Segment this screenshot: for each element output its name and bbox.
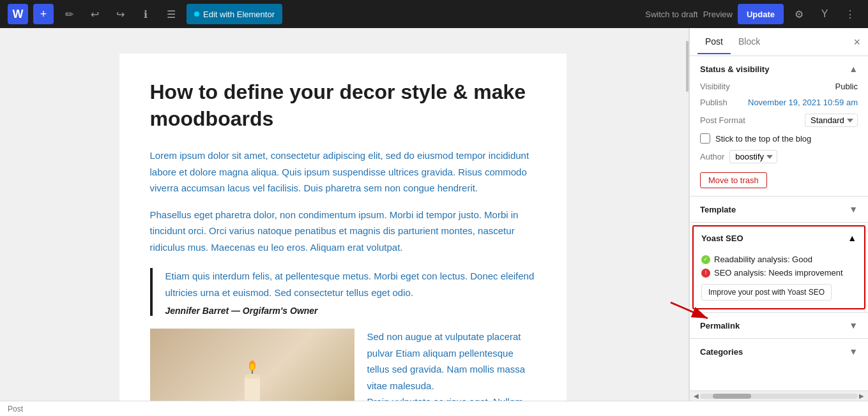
scroll-right-arrow[interactable]: ▶: [858, 392, 865, 399]
publish-label: Publish: [700, 98, 727, 107]
edit-pen-button[interactable]: ✏: [59, 4, 79, 24]
permalink-toggle-icon: ▼: [849, 320, 858, 331]
author-label: Author: [700, 152, 724, 161]
seo-dot: !: [701, 269, 710, 278]
undo-button[interactable]: ↩: [84, 4, 105, 24]
author-row: Author boostify: [700, 150, 858, 163]
redo-button[interactable]: ↪: [110, 4, 130, 24]
categories-toggle-icon: ▼: [849, 346, 858, 357]
sidebar: Post Block × Status & visibility ▲ Visib…: [685, 28, 868, 401]
readability-check-icon: ✓: [703, 256, 708, 262]
visibility-value: Public: [835, 82, 858, 91]
categories-section-header[interactable]: Categories ▼: [690, 338, 868, 364]
blockquote[interactable]: Etiam quis interdum felis, at pellentesq…: [150, 268, 536, 316]
status-visibility-toggle-icon: ▲: [849, 64, 858, 74]
seo-label: SEO analysis: Needs improvement: [714, 268, 843, 278]
tab-block[interactable]: Block: [731, 30, 768, 54]
svg-rect-1: [245, 376, 260, 401]
edit-elementor-button[interactable]: Edit with Elementor: [187, 4, 282, 24]
post-image: [150, 329, 354, 401]
info-button[interactable]: ℹ: [135, 4, 156, 24]
readability-row: ✓ Readability analysis: Good: [701, 255, 857, 264]
yoast-button[interactable]: Y: [814, 4, 835, 24]
template-section-header[interactable]: Template ▼: [690, 197, 868, 223]
image-side-text-block: Sed non augue at vulputate placerat pulv…: [367, 329, 536, 401]
toolbar: W + ✏ ↩ ↪ ℹ ☰ Edit with Elementor Switch…: [0, 0, 868, 28]
yoast-seo-section: Yoast SEO ▲ ✓ Readability analysis: Good: [692, 225, 865, 309]
status-visibility-title: Status & visibility: [700, 64, 769, 74]
post-title[interactable]: How to define your decor style & make mo…: [150, 79, 536, 132]
post-format-row: Post Format Standard Aside Image Video Q…: [700, 114, 858, 127]
status-visibility-body: Visibility Public Publish November 19, 2…: [690, 82, 868, 196]
editor-content: How to define your decor style & make mo…: [119, 54, 567, 401]
sidebar-horizontal-scrollbar[interactable]: ◀ ▶: [690, 390, 868, 401]
editor-area[interactable]: How to define your decor style & make mo…: [0, 28, 685, 401]
image-side-text-2: Proin vulputate ac risus eget. Nullam au…: [367, 394, 536, 401]
status-visibility-section: Status & visibility ▲ Visibility Public …: [690, 56, 868, 197]
edit-elementor-label: Edit with Elementor: [203, 10, 275, 19]
scrollbar-thumb[interactable]: [713, 394, 751, 399]
scrollbar-track: [700, 394, 858, 399]
sticky-label: Stick to the top of the blog: [715, 134, 811, 144]
image-text-row: Sed non augue at vulputate placerat pulv…: [150, 329, 536, 401]
settings-gear-button[interactable]: ⚙: [789, 4, 809, 24]
template-toggle-icon: ▼: [849, 204, 858, 214]
post-format-select[interactable]: Standard Aside Image Video Quote: [805, 114, 858, 127]
readability-dot: ✓: [701, 255, 710, 264]
publish-value[interactable]: November 19, 2021 10:59 am: [748, 98, 858, 107]
permalink-title: Permalink: [700, 321, 740, 331]
yoast-improve-button[interactable]: Improve your post with Yoast SEO: [701, 284, 832, 301]
yoast-seo-body: ✓ Readability analysis: Good ! SEO analy…: [694, 249, 864, 308]
add-block-button[interactable]: +: [33, 4, 54, 24]
candle-illustration: [214, 345, 291, 401]
post-format-label: Post Format: [700, 115, 745, 125]
preview-button[interactable]: Preview: [703, 10, 733, 19]
sidebar-tabs: Post Block ×: [690, 28, 868, 56]
sidebar-panel: Post Block × Status & visibility ▲ Visib…: [689, 28, 868, 401]
permalink-section-header[interactable]: Permalink ▼: [690, 312, 868, 338]
sticky-checkbox[interactable]: [700, 133, 710, 144]
svg-point-7: [233, 400, 246, 401]
move-trash-button[interactable]: Move to trash: [700, 172, 767, 188]
paragraph-2[interactable]: Phasellus eget pharetra dolor, non condi…: [150, 207, 536, 256]
blockquote-text: Etiam quis interdum felis, at pellentesq…: [165, 268, 536, 301]
svg-point-5: [250, 364, 254, 370]
status-visibility-header[interactable]: Status & visibility ▲: [690, 56, 868, 82]
paragraph-1[interactable]: Lorem ipsum dolor sit amet, consectetur …: [150, 147, 536, 197]
status-bar: Post: [0, 401, 868, 416]
sticky-row: Stick to the top of the blog: [700, 133, 858, 144]
seo-row: ! SEO analysis: Needs improvement: [701, 268, 857, 278]
status-bar-label: Post: [8, 405, 23, 413]
tab-post[interactable]: Post: [697, 30, 731, 54]
toolbar-right: Switch to draft Preview Update ⚙ Y ⋮: [645, 4, 860, 24]
publish-row: Publish November 19, 2021 10:59 am: [700, 98, 858, 107]
sidebar-scrollbar-thumb: [686, 41, 689, 92]
yoast-seo-header[interactable]: Yoast SEO ▲: [694, 227, 864, 249]
update-button[interactable]: Update: [738, 4, 784, 24]
post-image-inner: [150, 329, 354, 401]
svg-point-2: [245, 374, 260, 379]
readability-label: Readability analysis: Good: [714, 255, 812, 264]
sidebar-close-button[interactable]: ×: [853, 36, 860, 48]
sidebar-scroll-area[interactable]: Status & visibility ▲ Visibility Public …: [690, 56, 868, 390]
switch-draft-button[interactable]: Switch to draft: [645, 10, 697, 19]
outer-wrapper: How to define your decor style & make mo…: [0, 28, 868, 401]
elementor-dot: [194, 11, 199, 17]
visibility-row: Visibility Public: [700, 82, 858, 91]
list-view-button[interactable]: ☰: [161, 4, 181, 24]
wp-logo[interactable]: W: [8, 4, 28, 24]
seo-warning-icon: !: [705, 270, 707, 276]
scroll-left-arrow[interactable]: ◀: [692, 392, 700, 399]
template-title: Template: [700, 205, 736, 214]
main-layout: How to define your decor style & make mo…: [0, 28, 868, 401]
more-options-button[interactable]: ⋮: [840, 4, 860, 24]
image-side-text-1: Sed non augue at vulputate placerat pulv…: [367, 329, 536, 394]
author-select[interactable]: boostify: [729, 150, 777, 163]
yoast-seo-title: Yoast SEO: [701, 234, 743, 243]
blockquote-cite: Jennifer Barret — Orgifarm's Owner: [165, 306, 536, 316]
categories-title: Categories: [700, 347, 743, 357]
yoast-toggle-icon: ▲: [848, 233, 857, 243]
visibility-label: Visibility: [700, 82, 730, 91]
